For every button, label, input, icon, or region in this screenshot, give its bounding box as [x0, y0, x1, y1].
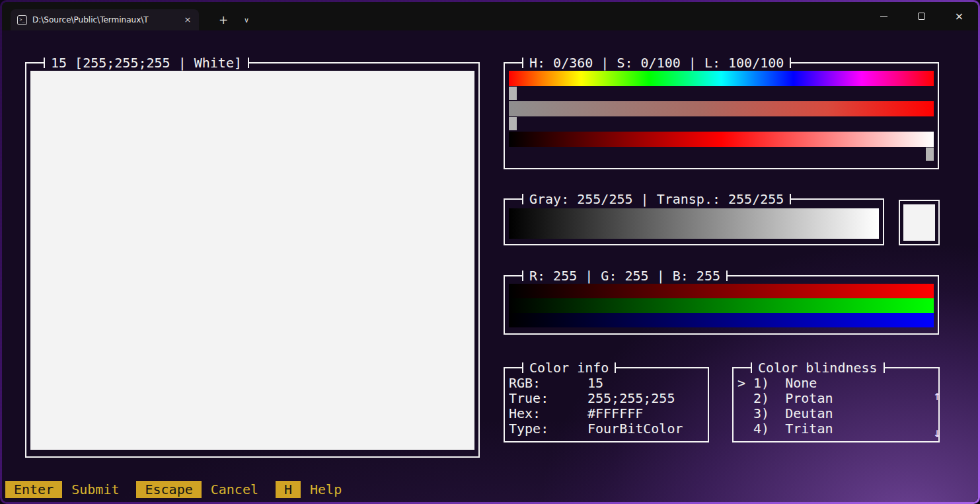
- hsl-title: H: 0/360 | S: 0/100 | L: 100/100: [522, 55, 791, 71]
- terminal-screen: 15 [255;255;255 | White] H: 0/360 | S: 0…: [2, 30, 978, 502]
- gray-panel: Gray: 255/255 | Transp.: 255/255: [504, 191, 884, 245]
- lightness-handle-row: [509, 147, 934, 162]
- key-badge-escape: Escape: [136, 481, 201, 498]
- blue-slider[interactable]: [509, 313, 934, 327]
- lightness-slider-handle[interactable]: [926, 147, 934, 161]
- window-controls: ×: [865, 2, 978, 30]
- color-blindness-panel: Color blindness > 1) None 2) Protan 3) D…: [732, 360, 940, 442]
- titlebar: >_ D:\Source\Public\Terminaux\T × + ∨ ×: [2, 2, 978, 30]
- saturation-slider[interactable]: [509, 101, 934, 116]
- lightness-slider[interactable]: [509, 132, 934, 147]
- swatch-fill: [903, 204, 935, 241]
- list-item-none[interactable]: > 1) None: [737, 376, 934, 391]
- close-icon: ×: [955, 11, 963, 22]
- minimize-button[interactable]: [865, 2, 903, 30]
- info-value: FourBitColor: [587, 421, 683, 437]
- scroll-down-icon[interactable]: ↓: [933, 426, 941, 439]
- info-row-true: True: 255;255;255: [509, 391, 704, 406]
- hue-slider[interactable]: [509, 71, 934, 86]
- gray-title: Gray: 255/255 | Transp.: 255/255: [522, 191, 791, 207]
- hue-slider-handle[interactable]: [509, 87, 517, 100]
- gray-slider[interactable]: [509, 208, 879, 239]
- info-row-type: Type: FourBitColor: [509, 421, 704, 437]
- info-row-hex: Hex: #FFFFFF: [509, 406, 704, 421]
- key-hint-submit[interactable]: Enter Submit: [5, 481, 119, 498]
- list-item-protan[interactable]: 2) Protan: [737, 391, 934, 406]
- color-preview-fill: [30, 71, 474, 450]
- maximize-icon: [918, 13, 925, 20]
- list-item-tritan[interactable]: 4) Tritan: [737, 421, 934, 437]
- info-row-rgb: RGB: 15: [509, 376, 704, 391]
- hsl-panel: H: 0/360 | S: 0/100 | L: 100/100: [504, 55, 939, 169]
- color-info-title: Color info: [522, 360, 616, 376]
- swatch-box: [899, 200, 940, 245]
- tab-dropdown-button[interactable]: ∨: [235, 9, 258, 30]
- info-label: RGB:: [509, 376, 587, 391]
- saturation-slider-handle[interactable]: [509, 117, 517, 130]
- key-action-label: Cancel: [211, 482, 258, 497]
- color-preview-title: 15 [255;255;255 | White]: [44, 55, 249, 71]
- list-item-deutan[interactable]: 3) Deutan: [737, 406, 934, 421]
- color-blindness-title: Color blindness: [751, 360, 885, 376]
- minimize-icon: [880, 16, 887, 17]
- tab-title: D:\Source\Public\Terminaux\T: [32, 15, 182, 24]
- window-inner: >_ D:\Source\Public\Terminaux\T × + ∨ ×: [2, 2, 978, 502]
- color-info-panel: Color info RGB: 15 True: 255;255;255 Hex…: [504, 360, 709, 442]
- key-hint-cancel[interactable]: Escape Cancel: [136, 481, 258, 498]
- info-value: #FFFFFF: [587, 406, 643, 421]
- close-button[interactable]: ×: [940, 2, 978, 30]
- info-label: Type:: [509, 421, 587, 437]
- scroll-up-icon[interactable]: ↑: [933, 389, 941, 402]
- key-hint-help[interactable]: H Help: [276, 481, 342, 498]
- maximize-button[interactable]: [903, 2, 940, 30]
- chevron-down-icon: ∨: [244, 16, 249, 24]
- green-slider[interactable]: [509, 298, 934, 313]
- info-label: Hex:: [509, 406, 587, 421]
- info-value: 255;255;255: [587, 391, 675, 406]
- tab-close-icon[interactable]: ×: [182, 14, 194, 26]
- terminal-icon: >_: [17, 15, 27, 25]
- rgb-title: R: 255 | G: 255 | B: 255: [522, 268, 728, 284]
- new-tab-button[interactable]: +: [212, 9, 235, 30]
- plus-icon: +: [219, 13, 228, 26]
- info-value: 15: [587, 376, 603, 391]
- hue-handle-row: [509, 86, 934, 101]
- saturation-handle-row: [509, 116, 934, 132]
- key-badge-h: H: [276, 481, 301, 498]
- info-label: True:: [509, 391, 587, 406]
- red-slider[interactable]: [509, 284, 934, 298]
- statusbar: Enter Submit Escape Cancel H Help: [5, 481, 342, 498]
- key-action-label: Help: [310, 482, 342, 497]
- terminal-tab[interactable]: >_ D:\Source\Public\Terminaux\T ×: [11, 9, 199, 30]
- app-window: >_ D:\Source\Public\Terminaux\T × + ∨ ×: [0, 0, 980, 504]
- key-action-label: Submit: [71, 482, 119, 497]
- rgb-panel: R: 255 | G: 255 | B: 255: [504, 268, 939, 335]
- key-badge-enter: Enter: [5, 481, 62, 498]
- color-preview-panel: 15 [255;255;255 | White]: [25, 55, 480, 458]
